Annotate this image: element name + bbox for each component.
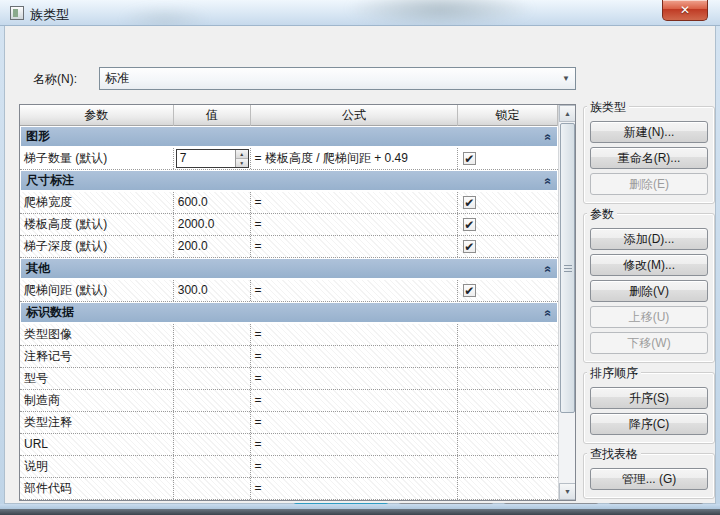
parameter-value-cell[interactable] [174, 368, 251, 389]
collapse-chevron-icon[interactable]: « [543, 309, 555, 316]
rename-type-button[interactable]: 重命名(R)... [590, 147, 708, 169]
collapse-chevron-icon[interactable]: « [543, 177, 555, 184]
titlebar-glass-smudge [120, 6, 210, 26]
titlebar[interactable]: 族类型 ✕ [0, 0, 720, 26]
table-row: 爬梯宽度600.0=✔ [20, 192, 558, 214]
parameter-value-cell[interactable]: 200.0 [174, 236, 251, 257]
lock-cell[interactable] [458, 390, 558, 411]
parameter-value-cell[interactable]: 2000.0 [174, 214, 251, 235]
group-label: 参数 [587, 206, 617, 223]
vertical-scrollbar[interactable]: ▲ ▼ [558, 105, 575, 500]
formula-cell[interactable]: = [251, 478, 459, 499]
lock-checkbox[interactable]: ✔ [463, 152, 476, 165]
scroll-down-button[interactable]: ▼ [559, 483, 576, 500]
lock-cell[interactable]: ✔ [458, 236, 558, 257]
close-button[interactable]: ✕ [662, 0, 708, 21]
section-header-row[interactable]: 尺寸标注« [20, 170, 558, 192]
parameter-value-cell[interactable]: 300.0 [174, 280, 251, 301]
formula-cell[interactable]: = [251, 324, 459, 345]
scroll-down-icon: ▼ [564, 488, 571, 495]
add-parameter-button[interactable]: 添加(D)... [590, 228, 708, 250]
parameter-value-cell[interactable] [174, 456, 251, 477]
section-label: 图形 [26, 128, 50, 145]
modify-parameter-button[interactable]: 修改(M)... [590, 254, 708, 276]
lock-cell[interactable]: ✔ [458, 192, 558, 213]
column-header[interactable]: 公式 [251, 105, 459, 126]
parameter-value-cell[interactable] [174, 324, 251, 345]
formula-cell[interactable]: = [251, 214, 459, 235]
table-row: 楼板高度 (默认)2000.0=✔ [20, 214, 558, 236]
parameter-value-cell[interactable] [174, 412, 251, 433]
lock-checkbox[interactable]: ✔ [463, 240, 476, 253]
formula-cell[interactable]: = [251, 412, 459, 433]
parameter-name-cell[interactable]: 注释记号 [20, 346, 174, 367]
parameter-name-cell[interactable]: 类型图像 [20, 324, 174, 345]
section-header-row[interactable]: 图形« [20, 126, 558, 148]
scroll-up-button[interactable]: ▲ [559, 105, 576, 122]
scrollbar-thumb[interactable] [560, 123, 575, 413]
manage-lookup-button[interactable]: 管理... (G) [590, 468, 708, 490]
lock-checkbox[interactable]: ✔ [463, 218, 476, 231]
formula-cell[interactable]: = 楼板高度 / 爬梯间距 + 0.49 [251, 148, 459, 169]
titlebar-glass-smudge [345, 0, 535, 26]
parameter-name-cell[interactable]: 部件代码 [20, 478, 174, 499]
sort-ascending-button[interactable]: 升序(S) [590, 387, 708, 409]
parameter-value-cell[interactable] [174, 434, 251, 455]
formula-cell[interactable]: = [251, 280, 459, 301]
lock-cell[interactable]: ✔ [458, 148, 558, 169]
formula-cell[interactable]: = [251, 434, 459, 455]
parameter-name-cell[interactable]: 类型注释 [20, 412, 174, 433]
parameter-value-cell[interactable]: 600.0 [174, 192, 251, 213]
parameter-name-cell[interactable]: URL [20, 434, 174, 455]
parameter-name-cell[interactable]: 说明 [20, 456, 174, 477]
type-name-combobox[interactable]: 标准 ▼ [99, 67, 576, 90]
spinner-up-icon[interactable]: ▲ [236, 150, 248, 159]
lock-cell[interactable] [458, 412, 558, 433]
chevron-down-icon[interactable]: ▼ [562, 74, 570, 83]
column-header[interactable]: 锁定 [458, 105, 558, 126]
spinner-down-icon[interactable]: ▼ [236, 159, 248, 167]
formula-cell[interactable]: = [251, 390, 459, 411]
parameter-value-cell[interactable]: 7▲▼ [174, 148, 251, 169]
collapse-chevron-icon[interactable]: « [543, 265, 555, 272]
collapse-chevron-icon[interactable]: « [543, 133, 555, 140]
lock-cell[interactable] [458, 456, 558, 477]
section-header-row[interactable]: 标识数据« [20, 302, 558, 324]
parameter-name-cell[interactable]: 制造商 [20, 390, 174, 411]
lock-cell[interactable] [458, 478, 558, 499]
lock-cell[interactable] [458, 346, 558, 367]
value-spinner-input[interactable]: 7▲▼ [176, 149, 249, 168]
parameter-name-cell[interactable]: 型号 [20, 368, 174, 389]
section-label: 标识数据 [26, 304, 74, 321]
parameter-name-cell[interactable]: 爬梯宽度 [20, 192, 174, 213]
formula-cell[interactable]: = [251, 368, 459, 389]
button-group: 排序顺序升序(S)降序(C) [583, 372, 715, 444]
section-header-row[interactable]: 其他« [20, 258, 558, 280]
formula-cell[interactable]: = [251, 346, 459, 367]
formula-cell[interactable]: = [251, 192, 459, 213]
parameter-name-cell[interactable]: 楼板高度 (默认) [20, 214, 174, 235]
lock-cell[interactable]: ✔ [458, 280, 558, 301]
formula-cell[interactable]: = [251, 456, 459, 477]
parameter-value-cell[interactable] [174, 478, 251, 499]
parameter-name-cell[interactable]: 梯子深度 (默认) [20, 236, 174, 257]
remove-parameter-button[interactable]: 删除(V) [590, 280, 708, 302]
parameter-name-cell[interactable]: 爬梯间距 (默认) [20, 280, 174, 301]
lock-checkbox[interactable]: ✔ [463, 196, 476, 209]
new-type-button[interactable]: 新建(N)... [590, 121, 708, 143]
sort-descending-button[interactable]: 降序(C) [590, 413, 708, 435]
column-header[interactable]: 值 [174, 105, 251, 126]
parameter-value-cell[interactable] [174, 390, 251, 411]
lock-cell[interactable]: ✔ [458, 214, 558, 235]
delete-type-button: 删除(E) [590, 173, 708, 195]
parameter-name-cell[interactable]: 梯子数量 (默认) [20, 148, 174, 169]
formula-cell[interactable]: = [251, 236, 459, 257]
lock-cell[interactable] [458, 324, 558, 345]
lock-cell[interactable] [458, 434, 558, 455]
parameter-value-cell[interactable] [174, 346, 251, 367]
lock-cell[interactable] [458, 368, 558, 389]
section-label: 尺寸标注 [26, 172, 74, 189]
spinner-buttons: ▲▼ [235, 150, 248, 167]
lock-checkbox[interactable]: ✔ [463, 284, 476, 297]
column-header[interactable]: 参数 [20, 105, 174, 126]
